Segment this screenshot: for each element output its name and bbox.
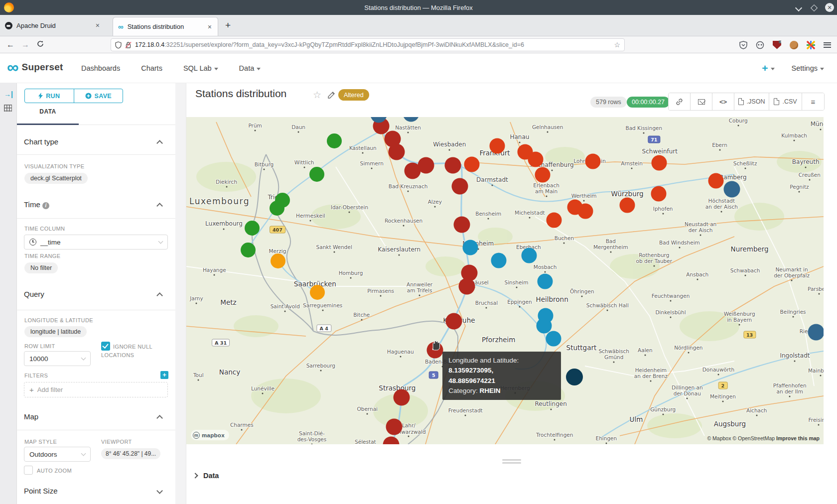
forward-button[interactable]: → [18, 40, 33, 49]
map-data-point-orange-red[interactable] [535, 167, 550, 182]
edit-icon[interactable] [328, 91, 335, 99]
improve-map-link[interactable]: Improve this map [776, 435, 820, 441]
map-data-point-dark-red[interactable] [446, 313, 462, 329]
section-point-size[interactable]: Point Size [24, 487, 58, 495]
shield-icon[interactable] [115, 41, 122, 49]
map-data-point-cyan[interactable] [463, 240, 478, 255]
section-time[interactable]: Time i [24, 200, 49, 209]
map-data-point-cyan[interactable] [491, 252, 506, 268]
window-minimize-button[interactable] [795, 4, 802, 11]
reload-button[interactable] [33, 40, 48, 49]
map-data-point-cyan[interactable] [522, 248, 537, 263]
chevron-up-icon[interactable] [156, 203, 163, 209]
map-data-point-cyan[interactable] [536, 318, 552, 333]
tab-apache-druid[interactable]: Apache Druid × [0, 15, 106, 36]
altered-badge[interactable]: Altered [338, 89, 369, 101]
map-data-point-orange-red[interactable] [490, 138, 505, 154]
more-options-button[interactable]: ≡ [802, 93, 824, 110]
url-bar[interactable]: 172.18.0.4:32251/superset/explore/?form_… [111, 38, 625, 51]
map-data-point-dark-red[interactable] [444, 157, 461, 173]
add-filter-box[interactable]: + Add filter [24, 382, 168, 397]
collapse-panel-icon[interactable]: →| [4, 90, 13, 98]
map-data-point-green[interactable] [241, 243, 256, 257]
map-data-point-steel-blue[interactable] [808, 324, 824, 341]
map-data-point-dark-red[interactable] [386, 418, 402, 435]
time-range-value[interactable]: No filter [24, 262, 58, 273]
map-data-point-cyan[interactable] [546, 331, 561, 347]
time-column-select[interactable]: __time [24, 235, 168, 250]
email-button[interactable] [691, 93, 712, 110]
save-button[interactable]: SAVE [74, 89, 123, 103]
map-data-point-orange[interactable] [310, 285, 325, 300]
ublock-icon[interactable]: 2 [773, 41, 781, 49]
superset-logo[interactable]: ∞ Superset [7, 60, 63, 75]
map-data-point-dark-navy[interactable] [566, 369, 583, 385]
map-data-point-steel-blue[interactable] [723, 181, 740, 197]
map-data-point-green[interactable] [309, 167, 324, 182]
map-data-point-orange-red[interactable] [652, 155, 667, 170]
map-canvas[interactable]: Longitude and Latitude: 8.1359273095, 48… [186, 117, 824, 444]
menu-icon[interactable] [824, 42, 831, 48]
viz-type-value[interactable]: deck.gl Scatterplot [24, 173, 88, 184]
map-data-point-dark-red[interactable] [394, 389, 410, 406]
row-limit-select[interactable]: 10000 [24, 351, 91, 366]
export-csv-button[interactable]: .CSV [769, 93, 802, 110]
pocket-icon[interactable] [739, 41, 747, 49]
nav-sql-lab[interactable]: SQL Lab [183, 64, 218, 72]
map-data-point-dark-red[interactable] [389, 144, 405, 160]
map-data-point-green[interactable] [327, 133, 342, 148]
privacy-mask-icon[interactable] [756, 41, 764, 49]
nav-charts[interactable]: Charts [141, 64, 162, 72]
add-new-button[interactable]: + [762, 62, 774, 74]
nav-dashboards[interactable]: Dashboards [81, 64, 120, 72]
map-data-point-orange-red[interactable] [464, 157, 479, 172]
map-data-point-orange[interactable] [271, 253, 285, 268]
extension-icon[interactable] [807, 41, 815, 49]
map-data-point-cyan[interactable] [538, 273, 553, 289]
auto-zoom-checkbox[interactable] [24, 466, 33, 475]
window-maximize-button[interactable] [810, 4, 817, 11]
map-style-select[interactable]: Outdoors [24, 447, 91, 462]
map-data-point-dark-red[interactable] [458, 278, 475, 295]
map-data-point-dark-red[interactable] [418, 157, 434, 173]
map-data-point-green[interactable] [245, 221, 260, 236]
map-data-point-orange-red[interactable] [620, 198, 635, 213]
lonlat-value[interactable]: longitude | latitude [24, 326, 87, 337]
export-json-button[interactable]: .JSON [734, 93, 769, 110]
data-panel-header[interactable]: Data [193, 472, 219, 480]
map-data-point-green[interactable] [270, 201, 284, 216]
map-data-point-orange-red[interactable] [577, 204, 593, 219]
tab-close-icon[interactable]: × [207, 23, 213, 31]
window-close-button[interactable]: ✕ [825, 3, 834, 12]
tab-data[interactable]: DATA [17, 108, 79, 115]
viewport-value[interactable]: 8° 46' 45.28" | 49... [101, 448, 160, 459]
settings-menu[interactable]: Settings [792, 64, 824, 72]
back-button[interactable]: ← [3, 40, 18, 49]
chevron-up-icon[interactable] [156, 140, 163, 146]
map-data-point-orange-red[interactable] [546, 212, 561, 228]
embed-code-button[interactable]: <> [712, 93, 734, 110]
chevron-up-icon[interactable] [156, 415, 163, 421]
add-filter-plus-button[interactable]: + [160, 371, 168, 379]
nav-data[interactable]: Data [239, 64, 261, 72]
chevron-up-icon[interactable] [156, 292, 163, 299]
panel-resize-gutter[interactable] [175, 83, 186, 504]
tab-stations-distribution[interactable]: ∞ Stations distribution × [113, 17, 218, 36]
run-button[interactable]: RUN [25, 89, 74, 103]
copy-link-button[interactable] [669, 93, 691, 110]
map-data-point-dark-red[interactable] [451, 178, 468, 195]
map-data-point-orange-red[interactable] [585, 154, 601, 169]
lock-disabled-icon[interactable] [125, 41, 132, 49]
map-data-point-orange-red[interactable] [528, 152, 543, 167]
chevron-down-icon[interactable] [156, 488, 163, 494]
map-data-point-dark-red[interactable] [453, 217, 470, 233]
section-map[interactable]: Map [24, 412, 38, 421]
favorite-star-icon[interactable]: ☆ [313, 89, 321, 101]
bookmark-star-icon[interactable]: ☆ [614, 41, 620, 49]
tab-close-icon[interactable]: × [95, 21, 101, 29]
section-query[interactable]: Query [24, 290, 44, 298]
ignore-null-checkbox[interactable] [101, 342, 110, 351]
map-data-point-orange-red[interactable] [708, 173, 723, 189]
panel-drag-handle[interactable] [502, 459, 521, 465]
map-data-point-orange-red[interactable] [651, 186, 666, 202]
